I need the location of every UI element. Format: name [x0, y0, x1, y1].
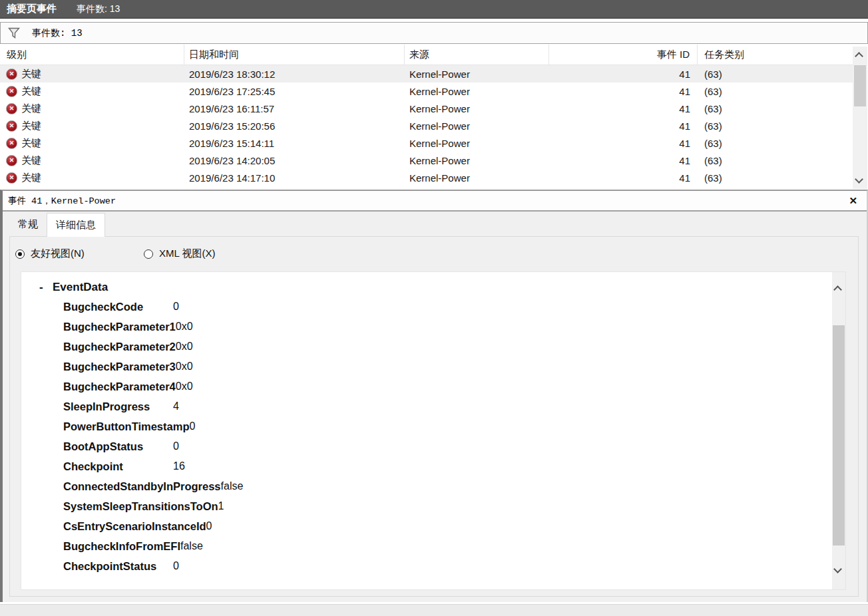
source-cell: Kernel-Power: [405, 138, 549, 149]
tree-entry: BugcheckInfoFromEFIfalse: [63, 536, 831, 556]
entry-value: 1: [218, 500, 224, 512]
source-cell: Kernel-Power: [405, 103, 549, 114]
tab-details[interactable]: 详细信息: [47, 213, 105, 237]
entry-name: BugcheckParameter1: [63, 321, 176, 333]
entry-value: 0x0: [176, 361, 193, 373]
tree-entry: SystemSleepTransitionsToOn1: [63, 496, 831, 516]
tree-entries: BugcheckCode0 BugcheckParameter10x0 Bugc…: [63, 297, 831, 576]
datetime-cell: 2019/6/23 18:30:12: [184, 69, 405, 80]
task-category-cell: (63): [698, 103, 853, 114]
task-category-cell: (63): [698, 138, 853, 149]
source-cell: Kernel-Power: [405, 86, 549, 97]
column-header-event-id[interactable]: 事件 ID: [549, 45, 698, 65]
table-row[interactable]: 关键 2019/6/23 18:30:12 Kernel-Power 41 (6…: [0, 65, 853, 82]
entry-name: BootAppStatus: [63, 440, 173, 453]
critical-icon: [6, 86, 17, 97]
entry-value: 0: [206, 520, 212, 532]
entry-value: 0: [173, 301, 179, 313]
table-row[interactable]: 关键 2019/6/23 15:14:11 Kernel-Power 41 (6…: [0, 134, 853, 152]
critical-icon: [6, 120, 17, 132]
critical-icon: [6, 172, 17, 184]
radio-selected-icon: [15, 249, 25, 259]
critical-icon: [6, 69, 17, 80]
task-category-cell: (63): [698, 172, 853, 184]
scroll-up-icon[interactable]: [855, 52, 863, 61]
entry-name: Checkpoint: [63, 460, 173, 473]
tree-entry: BugcheckParameter20x0: [63, 337, 831, 357]
entry-value: 0: [189, 420, 195, 432]
entry-value: 4: [173, 400, 179, 412]
column-header-level[interactable]: 级别: [0, 45, 184, 65]
column-header-datetime[interactable]: 日期和时间: [184, 45, 405, 65]
column-header-task-category[interactable]: 任务类别: [698, 45, 853, 65]
friendly-view-radio[interactable]: 友好视图(N): [15, 247, 144, 260]
entry-name: BugcheckParameter2: [63, 341, 176, 353]
critical-icon: [6, 155, 17, 166]
scroll-down-icon[interactable]: [855, 175, 863, 184]
event-id-cell: 41: [549, 120, 698, 132]
entry-name: CheckpointStatus: [63, 560, 173, 573]
level-text: 关键: [21, 120, 41, 132]
task-category-cell: (63): [698, 120, 853, 132]
tree-entry: BugcheckParameter40x0: [63, 377, 831, 396]
entry-value: 0x0: [176, 341, 193, 353]
event-list-header: 级别 日期和时间 来源 事件 ID 任务类别: [0, 45, 853, 65]
xml-view-radio[interactable]: XML 视图(X): [144, 247, 215, 260]
datetime-cell: 2019/6/23 17:25:45: [184, 86, 405, 97]
entry-name: CsEntryScenarioInstanceId: [63, 520, 206, 533]
scroll-up-icon[interactable]: [833, 285, 842, 294]
table-row[interactable]: 关键 2019/6/23 16:11:57 Kernel-Power 41 (6…: [0, 100, 853, 117]
tab-general[interactable]: 常规: [9, 214, 47, 236]
tree-entry: Checkpoint16: [63, 456, 831, 476]
tree-entry: BootAppStatus0: [63, 436, 831, 456]
scrollbar-thumb[interactable]: [833, 325, 845, 545]
status-strip: [0, 604, 868, 616]
collapse-toggle[interactable]: -: [39, 281, 53, 294]
table-row[interactable]: 关键 2019/6/23 14:20:05 Kernel-Power 41 (6…: [0, 152, 853, 169]
tree-entry: CheckpointStatus0: [63, 556, 831, 576]
level-text: 关键: [21, 68, 41, 80]
tree-entry: BugcheckParameter30x0: [63, 357, 831, 377]
column-header-source[interactable]: 来源: [405, 45, 549, 65]
level-text: 关键: [21, 154, 41, 167]
event-id-cell: 41: [549, 69, 698, 80]
xml-view-label: XML 视图(X): [159, 247, 215, 260]
event-detail-panel: 事件 41，Kernel-Power ✕ 常规 详细信息 友好视图(N) XML…: [0, 190, 868, 602]
event-viewer-window: 摘要页事件 事件数: 13 事件数: 13 级别 日期和时间 来源 事件 ID …: [0, 0, 868, 616]
entry-name: ConnectedStandbyInProgress: [63, 480, 221, 493]
source-cell: Kernel-Power: [405, 155, 549, 166]
table-row[interactable]: 关键 2019/6/23 17:25:45 Kernel-Power 41 (6…: [0, 82, 853, 100]
tree-entry: BugcheckParameter10x0: [63, 317, 831, 337]
level-text: 关键: [21, 172, 41, 184]
scroll-down-icon[interactable]: [833, 565, 842, 573]
entry-name: BugcheckParameter3: [63, 361, 176, 373]
table-row[interactable]: 关键 2019/6/23 14:17:10 Kernel-Power 41 (6…: [0, 169, 853, 186]
entry-name: SleepInProgress: [63, 400, 173, 413]
entry-value: 16: [173, 460, 185, 472]
entry-value: 0: [173, 560, 179, 572]
datetime-cell: 2019/6/23 14:20:05: [184, 155, 405, 166]
entry-name: BugcheckParameter4: [63, 381, 176, 393]
close-icon[interactable]: ✕: [849, 195, 857, 207]
datetime-cell: 2019/6/23 15:20:56: [184, 120, 405, 132]
details-tab-page: 友好视图(N) XML 视图(X) - EventData BugcheckCo…: [9, 236, 859, 597]
entry-value: 0x0: [176, 321, 193, 333]
scrollbar-thumb[interactable]: [854, 65, 866, 106]
page-title: 摘要页事件: [7, 3, 57, 15]
tree-entry: SleepInProgress4: [63, 396, 831, 416]
friendly-view-label: 友好视图(N): [31, 247, 85, 260]
table-row[interactable]: 关键 2019/6/23 15:20:56 Kernel-Power 41 (6…: [0, 117, 853, 134]
friendly-view-scrollbar[interactable]: [832, 272, 845, 589]
datetime-cell: 2019/6/23 14:17:10: [184, 172, 405, 184]
event-id-cell: 41: [549, 86, 698, 97]
detail-title: 事件 41，Kernel-Power: [8, 195, 116, 207]
event-list-scrollbar[interactable]: [853, 47, 867, 189]
source-cell: Kernel-Power: [405, 172, 549, 184]
event-id-cell: 41: [549, 172, 698, 184]
task-category-cell: (63): [698, 155, 853, 166]
entry-name: BugcheckCode: [63, 301, 173, 313]
level-text: 关键: [21, 85, 41, 98]
detail-tabs: 常规 详细信息: [3, 212, 867, 236]
radio-unselected-icon: [144, 249, 153, 259]
entry-value: false: [180, 540, 203, 552]
